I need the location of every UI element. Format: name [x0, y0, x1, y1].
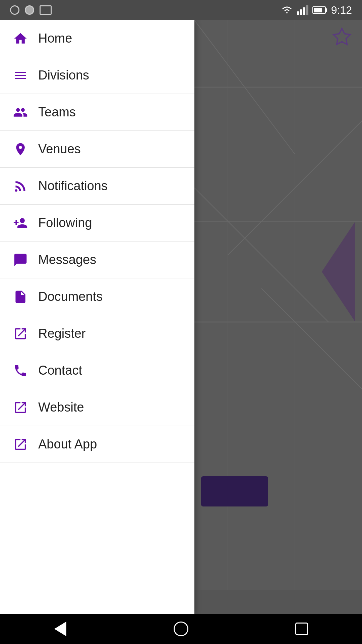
register-icon — [12, 326, 29, 341]
status-bar-right: 9:12 — [281, 4, 352, 16]
sidebar-item-divisions-label: Divisions — [38, 68, 89, 83]
teams-icon — [12, 105, 29, 120]
sidebar-drawer: Home Divisions Teams — [0, 20, 194, 614]
sidebar-item-messages[interactable]: Messages — [0, 241, 194, 278]
divisions-icon — [12, 68, 29, 83]
about-app-icon — [12, 437, 29, 452]
messages-icon — [12, 253, 29, 267]
sidebar-item-register-label: Register — [38, 326, 86, 341]
action-button[interactable] — [201, 476, 268, 506]
svg-marker-12 — [334, 29, 350, 45]
battery-icon — [312, 6, 327, 14]
signal-icon — [297, 5, 308, 15]
status-indicator-1 — [10, 5, 19, 15]
sidebar-item-contact-label: Contact — [38, 363, 82, 378]
sidebar-item-following-label: Following — [38, 216, 92, 230]
favorite-button[interactable] — [332, 27, 352, 48]
notifications-icon — [12, 179, 29, 194]
following-icon — [12, 216, 29, 230]
svg-point-0 — [15, 189, 17, 192]
wifi-icon — [281, 5, 293, 15]
sidebar-item-venues-label: Venues — [38, 142, 81, 156]
sidebar-item-website[interactable]: Website — [0, 389, 194, 426]
recents-button[interactable] — [288, 619, 315, 639]
venues-icon — [12, 142, 29, 157]
sidebar-item-venues[interactable]: Venues — [0, 131, 194, 168]
documents-icon — [12, 289, 29, 304]
home-icon — [12, 31, 29, 46]
sidebar-item-home[interactable]: Home — [0, 20, 194, 57]
sidebar-item-notifications-label: Notifications — [38, 179, 108, 193]
sidebar-item-contact[interactable]: Contact — [0, 352, 194, 389]
sidebar-item-register[interactable]: Register — [0, 315, 194, 352]
status-indicator-2 — [25, 5, 34, 15]
status-bar-left — [10, 5, 52, 15]
sidebar-item-documents-label: Documents — [38, 289, 103, 304]
sidebar-filler — [0, 463, 194, 614]
right-panel[interactable] — [194, 20, 362, 614]
home-nav-icon — [174, 622, 188, 636]
status-bar: 9:12 — [0, 0, 362, 20]
contact-icon — [12, 363, 29, 378]
home-button[interactable] — [168, 619, 194, 639]
recents-icon — [295, 623, 308, 635]
sidebar-item-notifications[interactable]: Notifications — [0, 168, 194, 205]
sidebar-item-divisions[interactable]: Divisions — [0, 57, 194, 94]
back-icon — [54, 622, 66, 636]
sidebar-item-documents[interactable]: Documents — [0, 278, 194, 315]
sidebar-item-website-label: Website — [38, 400, 84, 415]
sidebar-item-about-app[interactable]: About App — [0, 426, 194, 463]
main-container: Home Divisions Teams — [0, 20, 362, 614]
website-icon — [12, 400, 29, 415]
status-indicator-3 — [40, 5, 52, 15]
sidebar-item-home-label: Home — [38, 31, 72, 46]
sidebar-item-about-app-label: About App — [38, 437, 97, 451]
time-display: 9:12 — [331, 4, 352, 16]
sidebar-item-teams-label: Teams — [38, 105, 76, 119]
sidebar-item-following[interactable]: Following — [0, 205, 194, 241]
sidebar-item-teams[interactable]: Teams — [0, 94, 194, 131]
sidebar-item-messages-label: Messages — [38, 253, 96, 267]
bottom-navigation — [0, 614, 362, 644]
back-button[interactable] — [47, 619, 74, 639]
